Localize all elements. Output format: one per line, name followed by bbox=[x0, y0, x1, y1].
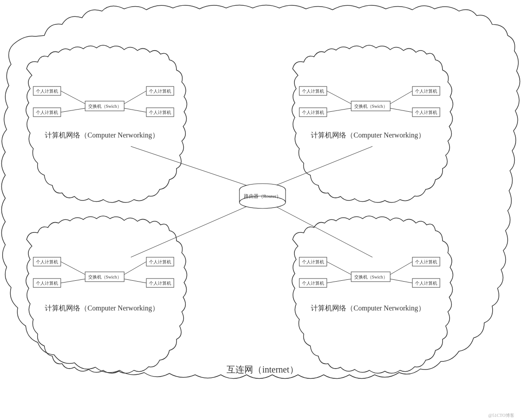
svg-line-47 bbox=[124, 279, 146, 283]
network-diagram: 路由器（Router） 交换机（Swich） 个人计算机 个人计算机 个人计算机… bbox=[0, 0, 525, 420]
svg-text:个人计算机: 个人计算机 bbox=[302, 259, 324, 264]
svg-line-0 bbox=[131, 146, 262, 191]
svg-text:个人计算机: 个人计算机 bbox=[415, 281, 437, 286]
bl-switch-label: 交换机（Swich） bbox=[88, 275, 121, 279]
svg-text:个人计算机: 个人计算机 bbox=[415, 89, 437, 94]
svg-line-18 bbox=[124, 91, 146, 104]
tl-switch-label: 交换机（Swich） bbox=[88, 104, 121, 109]
watermark: @51CTO博客 bbox=[488, 413, 514, 418]
svg-text:个人计算机: 个人计算机 bbox=[302, 281, 324, 286]
svg-line-1 bbox=[262, 146, 372, 191]
svg-line-34 bbox=[390, 108, 412, 112]
svg-line-3 bbox=[262, 200, 372, 257]
tl-network-label: 计算机网络（Computer Nerworking） bbox=[45, 131, 159, 139]
svg-line-12 bbox=[61, 91, 85, 104]
svg-text:个人计算机: 个人计算机 bbox=[149, 89, 171, 94]
svg-text:个人计算机: 个人计算机 bbox=[36, 259, 58, 264]
svg-text:个人计算机: 个人计算机 bbox=[36, 281, 58, 286]
tr-network-label: 计算机网络（Computer Nerworking） bbox=[311, 131, 425, 139]
svg-text:个人计算机: 个人计算机 bbox=[36, 110, 58, 115]
svg-line-15 bbox=[61, 108, 85, 112]
svg-text:个人计算机: 个人计算机 bbox=[36, 89, 58, 94]
br-network-label: 计算机网络（Computer Nerworking） bbox=[311, 304, 425, 312]
svg-line-51 bbox=[327, 262, 351, 275]
main-container: 路由器（Router） 交换机（Swich） 个人计算机 个人计算机 个人计算机… bbox=[0, 0, 525, 420]
bl-network-label: 计算机网络（Computer Nerworking） bbox=[45, 304, 159, 312]
svg-line-44 bbox=[124, 262, 146, 275]
br-switch-label: 交换机（Swich） bbox=[354, 275, 388, 279]
svg-text:个人计算机: 个人计算机 bbox=[149, 259, 171, 264]
svg-text:个人计算机: 个人计算机 bbox=[302, 89, 324, 94]
svg-line-21 bbox=[124, 108, 146, 112]
svg-text:个人计算机: 个人计算机 bbox=[415, 110, 437, 115]
svg-line-28 bbox=[327, 108, 351, 112]
svg-text:个人计算机: 个人计算机 bbox=[149, 110, 171, 115]
svg-line-60 bbox=[390, 279, 412, 283]
svg-text:个人计算机: 个人计算机 bbox=[149, 281, 171, 286]
svg-line-38 bbox=[61, 262, 85, 275]
tr-switch-label: 交换机（Swich） bbox=[354, 104, 388, 109]
router-label: 路由器（Router） bbox=[244, 193, 282, 199]
svg-line-25 bbox=[327, 91, 351, 104]
svg-line-41 bbox=[61, 279, 85, 283]
svg-text:个人计算机: 个人计算机 bbox=[302, 110, 324, 115]
svg-line-31 bbox=[390, 91, 412, 104]
internet-label: 互连网（internet） bbox=[227, 365, 298, 374]
svg-line-57 bbox=[390, 262, 412, 275]
svg-line-54 bbox=[327, 279, 351, 283]
svg-text:个人计算机: 个人计算机 bbox=[415, 259, 437, 264]
svg-line-2 bbox=[131, 200, 262, 257]
